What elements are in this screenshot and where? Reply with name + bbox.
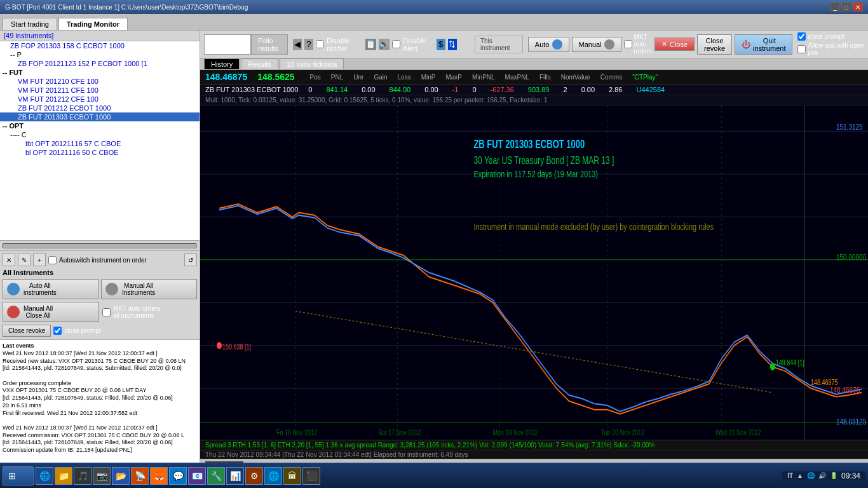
svg-text:Expiration in 117.52 days (19 : Expiration in 117.52 days (19 Mar 2013) (473, 169, 598, 180)
tree-item[interactable]: ZB FOP 20121123 152 P ECBOT 1000 [1 (0, 59, 200, 68)
auto-mode-button[interactable]: Auto (528, 37, 569, 52)
event-line: Commission update from IB: 21.184 [updat… (3, 447, 197, 454)
sub-tab-tickdata[interactable]: 10 mins tickdata (280, 58, 344, 69)
close-revoke-all-button[interactable]: Close revoke (3, 325, 51, 337)
taskbar-icon-files[interactable]: 📂 (112, 467, 130, 485)
close-prompt-right-checkbox[interactable] (797, 32, 806, 41)
tab-folio-results[interactable]: Folio results (251, 34, 288, 55)
svg-text:151.3125: 151.3125 (836, 121, 863, 132)
tree-item[interactable]: ---- C (0, 130, 200, 139)
tree-item[interactable]: ZB FUT 201212 ECBOT 1000 (0, 104, 200, 112)
minimize-button[interactable]: _ (830, 3, 840, 11)
arrows-icon[interactable]: ⇅ (448, 39, 457, 50)
close-prompt-row: close prompt (53, 327, 100, 335)
close-window-button[interactable]: ✕ (853, 3, 863, 11)
tab-trading-monitor[interactable]: Trading Monitor (58, 18, 128, 30)
tree-item-selected[interactable]: ZB FUT 201303 ECBOT 1000 (0, 112, 200, 121)
tree-item[interactable]: VM FUT 201212 CFE 100 (0, 95, 200, 104)
start-button[interactable]: ⊞ (3, 466, 34, 485)
svg-text:ZB FUT 201303 ECBOT 1000: ZB FUT 201303 ECBOT 1000 (473, 139, 585, 151)
taskbar-icon-ie[interactable]: 🌐 (36, 467, 53, 485)
instruments-header[interactable]: [49 instruments] (0, 30, 200, 41)
taskbar-icon-10[interactable]: 🏛 (283, 467, 301, 485)
tab-start-trading[interactable]: Start trading (3, 18, 57, 30)
event-line: Wed 21 Nov 2012 18:00:37 [Wed 21 Nov 201… (3, 424, 197, 432)
quit-instrument-button[interactable]: ⏻ Quit instrument (735, 34, 792, 55)
svg-text:148.03125: 148.03125 (836, 416, 867, 426)
taskbar-icon-skype[interactable]: 💬 (169, 467, 187, 485)
taskbar-icon-5[interactable]: 📧 (188, 467, 206, 485)
mkt-auto-checkbox[interactable] (102, 308, 111, 316)
taskbar-icon-folder[interactable]: 📁 (55, 467, 72, 485)
title-controls: _ □ ✕ (830, 3, 863, 11)
unr-header: Unr (353, 74, 363, 81)
title-bar: G-BOT [Port 4001 Client Id 1 Instance 1]… (0, 0, 868, 14)
tree-item[interactable]: VM FUT 201210 CFE 100 (0, 77, 200, 86)
notifier-icon[interactable]: 📋 (365, 39, 376, 50)
add-button[interactable]: + (33, 254, 46, 266)
tree-item[interactable]: ZB FOP 201303 158 C ECBOT 1000 (0, 41, 200, 50)
tree-item[interactable]: -- P (0, 50, 200, 59)
svg-text:Wed 21 Nov 2012: Wed 21 Nov 2012 (715, 428, 761, 437)
tab-bar: Start trading Trading Monitor (0, 14, 868, 30)
last-events-content: Wed 21 Nov 2012 18:00:37 [Wed 21 Nov 201… (3, 350, 197, 454)
close-revoke-instrument-button[interactable]: Close revoke (697, 34, 732, 55)
event-line: [Id: 215641443, pld: 728107649, status: … (3, 439, 197, 447)
auto-all-button[interactable]: Auto Allinstruments (3, 279, 98, 299)
tree-item[interactable]: VM FUT 201211 CFE 100 (0, 86, 200, 95)
spread-info-bar: Spread 3 RTH 1.53 [1, 6] ETH 2.20 [1, 55… (200, 440, 868, 450)
sub-tab-results[interactable]: Results (241, 58, 278, 69)
tab-instrument[interactable]: Instrument (204, 34, 251, 55)
gain-val: 844.00 (390, 86, 411, 93)
close-instrument-button[interactable]: ✕ Close (654, 37, 695, 51)
disable-alert-checkbox[interactable] (392, 40, 400, 48)
sound-icon[interactable]: 🔊 (379, 39, 390, 50)
stat-values: 0 841.14 0.00 844.00 0.00 -1 0 -627.36 9… (308, 86, 665, 93)
tree-item[interactable]: tbt OPT 20121116 57 C CBOE (0, 139, 200, 148)
last-events-header: Last events (3, 342, 197, 349)
taskbar-icon-3[interactable]: 📷 (93, 467, 111, 485)
last-events: Last events Wed 21 Nov 2012 18:00:37 [We… (0, 339, 200, 479)
manual-mode-button[interactable]: Manual (572, 37, 621, 52)
taskbar-icon-7[interactable]: 📊 (226, 467, 244, 485)
tree-item[interactable]: bl OPT 20121116 50 C CBOE (0, 148, 200, 157)
instrument-name-stat: ZB FUT 201303 ECBOT 1000 (205, 86, 298, 93)
tree-item-fut[interactable]: -- FUT (0, 68, 200, 77)
edit-button[interactable]: ✎ (18, 254, 31, 266)
tray-icon-1: ▲ (797, 472, 803, 479)
notifier-row: ◀ ? Disable notifier 📋 🔊 Disable Alert $… (293, 37, 457, 52)
info-icon[interactable]: ? (304, 39, 313, 50)
maximize-button[interactable]: □ (841, 3, 851, 11)
close-revoke-row: Close revoke close prompt (3, 325, 197, 337)
auto-mode-label: Auto (535, 41, 550, 48)
taskbar-icon-media[interactable]: 🎵 (74, 467, 92, 485)
taskbar-icon-filezilla[interactable]: 📡 (131, 467, 149, 485)
back-icon[interactable]: ◀ (293, 39, 302, 50)
sub-tab-history[interactable]: History (204, 58, 240, 69)
delete-button[interactable]: ✕ (3, 254, 15, 266)
alert-icon[interactable]: $ (437, 39, 445, 50)
autoswitch-checkbox[interactable] (48, 256, 57, 264)
auto-all-label: Auto Allinstruments (24, 282, 57, 296)
taskbar-icon-firefox[interactable]: 🦊 (150, 467, 168, 485)
manual-all-button[interactable]: Manual AllInstruments (101, 279, 197, 299)
manual-close-all-button[interactable]: Manual AllClose All (3, 302, 98, 322)
nomvalue-header: NomValue (561, 74, 590, 81)
tree-scrollbar[interactable] (0, 240, 200, 250)
close-prompt-checkbox[interactable] (53, 327, 62, 335)
refresh-button[interactable]: ↺ (184, 254, 197, 266)
stats-values-bar: ZB FUT 201303 ECBOT 1000 0 841.14 0.00 8… (200, 85, 868, 95)
price-display-1: 148.46875 (205, 72, 247, 82)
taskbar-icon-8[interactable]: ⚙ (245, 467, 263, 485)
allow-quit-checkbox[interactable] (797, 45, 806, 53)
svg-point-19 (217, 342, 222, 349)
taskbar-icon-11[interactable]: ⬛ (302, 467, 320, 485)
mkt-auto-orders-checkbox[interactable] (624, 40, 632, 48)
minp-val: -1 (452, 86, 459, 93)
taskbar-icon-9[interactable]: 🌐 (264, 467, 282, 485)
title-text: G-BOT [Port 4001 Client Id 1 Instance 1]… (5, 4, 248, 11)
event-line: Received commission: VXX OPT 201301 75 C… (3, 432, 197, 440)
tree-item-opt[interactable]: -- OPT (0, 121, 200, 130)
taskbar-icon-6[interactable]: 🔧 (207, 467, 225, 485)
disable-notifier-checkbox[interactable] (316, 40, 324, 48)
